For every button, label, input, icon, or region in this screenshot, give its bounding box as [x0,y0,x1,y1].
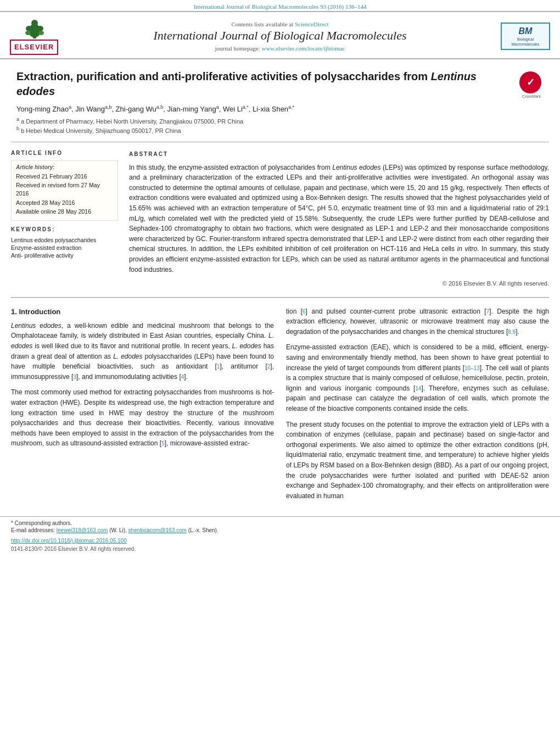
journal-title: International Journal of Biological Macr… [65,29,495,43]
ref-5-link[interactable]: 5 [161,440,165,447]
elsevier-logo: ELSEVIER [10,18,59,55]
body-section: 1. Introduction Lentinus edodes, a well-… [0,301,560,512]
received-date: Received 21 February 2016 [16,172,113,181]
crossmark-icon: ✓ [519,71,541,93]
keywords-title: Keywords: [11,226,118,232]
journal-center: Contents lists available at ScienceDirec… [65,21,495,52]
abstract-title: ABSTRACT [129,150,549,158]
issn-line: 0141-8130/© 2016 Elsevier B.V. All right… [0,546,560,556]
body-para-3: tion [6] and pulsed counter-current prob… [286,306,549,337]
copyright-line: © 2016 Elsevier B.V. All rights reserved… [129,279,549,288]
email-label: E-mail addresses: [11,527,55,533]
homepage-link[interactable]: www.elsevier.com/locate/ijbiomac [261,45,345,52]
body-para-5: The present study focuses on the potenti… [286,420,549,501]
keyword-2: Enzyme-assisted extraction [11,244,118,251]
ref-10-13-link[interactable]: 10–13 [464,365,480,371]
body-right-col: tion [6] and pulsed counter-current prob… [286,306,549,507]
svg-point-7 [38,31,44,35]
email2-name: (L.-x. Shen). [188,527,219,533]
journal-logo-box: BM Biological Macromolecules [501,23,550,51]
email1-link[interactable]: leewei318@163.com [57,527,108,533]
accepted-date: Accepted 28 May 2016 [16,199,113,207]
doi-section: http://dx.doi.org/10.1016/j.ijbiomac.201… [0,535,560,546]
authors-line: Yong-ming Zhaoa, Jin Wanga,b, Zhi-gang W… [16,104,511,113]
article-info-title: ARTICLE INFO [11,150,118,156]
ref-7-link[interactable]: 7 [486,309,490,315]
body-para-2: The most commonly used method for extrac… [11,387,274,449]
keyword-1: Lentinus edodes polysaccharides [11,237,118,243]
svg-point-6 [25,31,31,35]
abstract-text: In this study, the enzyme-assisted extra… [129,163,549,275]
journal-ref-text: International Journal of Biological Macr… [194,3,367,10]
journal-logo-line2: Macromolecules [504,42,547,47]
abstract-col: ABSTRACT In this study, the enzyme-assis… [129,150,549,288]
ref-4-link[interactable]: 4 [181,374,184,380]
elsevier-tree-icon [18,18,51,38]
ref-6-link[interactable]: 6 [303,309,306,315]
history-title: Article history: [16,164,113,170]
corresponding-note: * Corresponding authors. [11,520,549,526]
sciencedirect-link[interactable]: ScienceDirect [295,21,329,27]
received-revised-date: Received in revised form 27 May 2016 [16,181,113,197]
footnote-section: * Corresponding authors. E-mail addresse… [0,516,560,535]
ref-2-link[interactable]: 2 [267,364,271,370]
keywords-section: Keywords: Lentinus edodes polysaccharide… [11,226,118,259]
journal-logo-right: BM Biological Macromolecules [501,23,550,51]
svg-point-4 [26,26,32,31]
keyword-3: Anti- proliferative activity [11,252,118,259]
svg-point-3 [31,20,38,26]
article-info-col: ARTICLE INFO Article history: Received 2… [11,150,118,288]
affiliation-b: b b Hebei Medical University, Shijiazhua… [16,126,511,134]
body-divider [11,297,549,298]
journal-reference-bar: International Journal of Biological Macr… [0,0,560,11]
affiliation-a: a a Department of Pharmacy, Hebei North … [16,116,511,125]
body-left-col: 1. Introduction Lentinus edodes, a well-… [11,306,274,507]
body-para-4: Enzyme-assisted extraction (EAE), which … [286,342,549,414]
email-line: E-mail addresses: leewei318@163.com (W. … [11,527,549,533]
elsevier-text: ELSEVIER [14,43,54,51]
journal-header: ELSEVIER Contents lists available at Sci… [0,11,560,59]
title-divider [11,142,549,142]
info-abstract-section: ARTICLE INFO Article history: Received 2… [0,144,560,294]
ref-3-link[interactable]: 3 [73,374,76,380]
article-main-title: Extraction, purification and anti-prolif… [16,69,511,99]
crossmark-badge: ✓ CrossMark [519,71,544,98]
body-para-1: Lentinus edodes, a well-known edible and… [11,321,274,382]
article-title-section: Extraction, purification and anti-prolif… [0,59,560,140]
contents-line: Contents lists available at ScienceDirec… [65,21,495,27]
svg-point-5 [37,26,43,31]
ref-8-9-link[interactable]: 8,9 [508,329,516,335]
doi-link[interactable]: http://dx.doi.org/10.1016/j.ijbiomac.201… [11,538,127,544]
available-date: Available online 28 May 2016 [16,208,113,216]
email1-name: (W. Li), [109,527,127,533]
article-history-box: Article history: Received 21 February 20… [11,160,118,221]
ref-1-link[interactable]: 1 [217,364,220,370]
elsevier-label-box: ELSEVIER [10,40,58,55]
article-title-text: Extraction, purification and anti-prolif… [16,69,511,135]
journal-logo-line1: Biological [504,37,547,42]
ref-14-link[interactable]: 14 [415,386,421,392]
section-1-title: 1. Introduction [11,306,274,317]
email2-link[interactable]: shenlixiacom@163.com [128,527,187,533]
crossmark-label: CrossMark [519,94,544,98]
homepage-line: journal homepage: www.elsevier.com/locat… [65,45,495,52]
